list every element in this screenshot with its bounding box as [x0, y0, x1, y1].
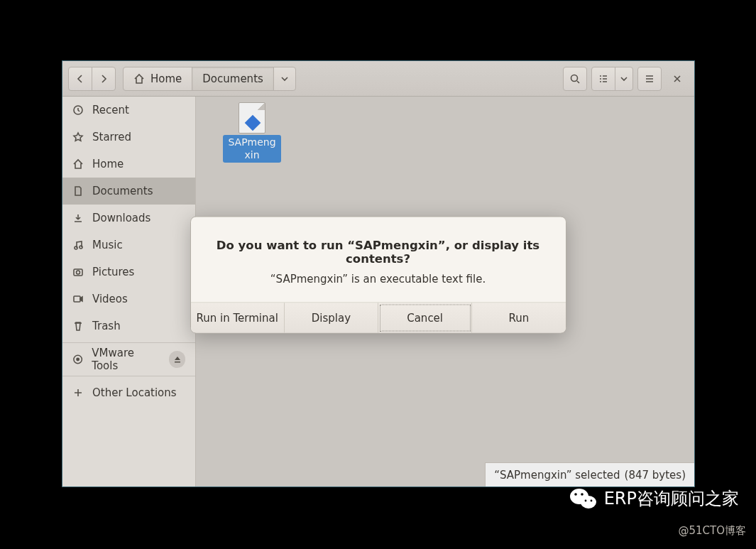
dialog-title: Do you want to run “SAPmengxin”, or disp… [208, 238, 549, 265]
display-button[interactable]: Display [285, 303, 378, 332]
dialog-message: “SAPmengxin” is an executable text file. [208, 272, 549, 285]
watermark-brand: ERP咨询顾问之家 [604, 487, 739, 510]
svg-point-12 [581, 493, 584, 496]
run-button[interactable]: Run [472, 303, 565, 332]
watermark-sub: @51CTO博客 [678, 524, 746, 538]
svg-point-10 [581, 496, 596, 509]
cancel-button[interactable]: Cancel [378, 303, 472, 332]
svg-point-11 [574, 493, 577, 496]
run-or-display-dialog: Do you want to run “SAPmengxin”, or disp… [190, 216, 566, 333]
svg-point-14 [590, 500, 592, 502]
run-in-terminal-button[interactable]: Run in Terminal [191, 303, 285, 332]
watermark: ERP咨询顾问之家 [569, 487, 739, 511]
svg-point-13 [584, 500, 586, 502]
wechat-icon [569, 487, 597, 511]
